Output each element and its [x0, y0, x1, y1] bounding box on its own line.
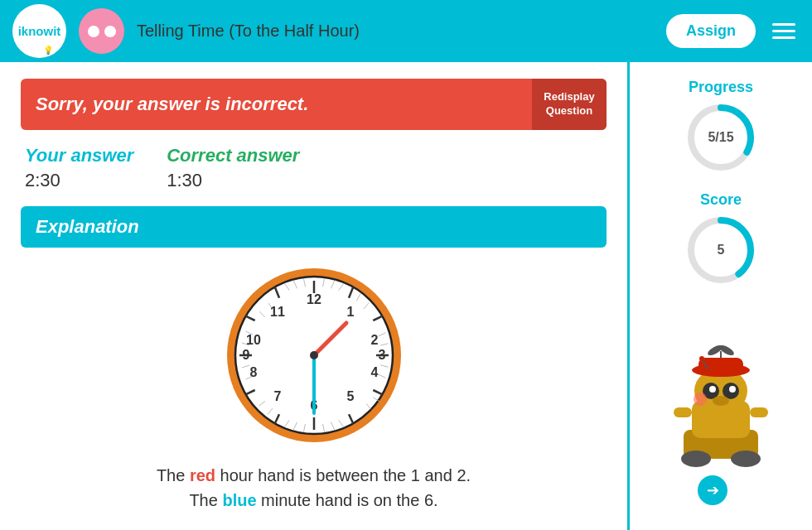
- correct-answer-col: Correct answer 1:30: [167, 145, 299, 191]
- explanation-red-word: red: [190, 466, 215, 484]
- svg-point-75: [729, 386, 736, 393]
- svg-point-74: [709, 386, 716, 393]
- hamburger-icon: [772, 30, 795, 32]
- svg-text:11: 11: [270, 305, 285, 319]
- svg-text:4: 4: [370, 365, 378, 379]
- hamburger-icon: [772, 36, 795, 39]
- redisplay-button[interactable]: RedisplayQuestion: [532, 79, 607, 130]
- your-answer-value: 2:30: [25, 170, 133, 191]
- score-label: Score: [700, 191, 742, 209]
- svg-text:9: 9: [242, 348, 249, 362]
- next-arrow-icon: ➔: [707, 481, 719, 499]
- hamburger-icon: [772, 23, 795, 26]
- activity-icon-dots: [88, 26, 116, 37]
- activity-title: Telling Time (To the Half Hour): [137, 22, 654, 41]
- progress-widget: Progress 5/15: [684, 79, 758, 175]
- logo-bulb-icon: 💡: [43, 46, 53, 55]
- svg-text:7: 7: [273, 389, 281, 403]
- svg-text:5: 5: [346, 389, 354, 403]
- correct-answer-value: 1:30: [167, 170, 299, 191]
- right-panel: Progress 5/15 Score 5: [630, 62, 812, 530]
- explanation-text-1: The red hour hand is between the 1 and 2…: [21, 463, 607, 488]
- incorrect-message: Sorry, your answer is incorrect.: [21, 82, 532, 127]
- left-panel: Sorry, your answer is incorrect. Redispl…: [0, 62, 630, 530]
- svg-text:1: 1: [346, 305, 354, 319]
- svg-point-76: [713, 396, 729, 406]
- svg-rect-68: [698, 358, 743, 374]
- explanation-blue-word: blue: [222, 491, 256, 509]
- svg-point-77: [694, 393, 707, 406]
- activity-icon: [79, 8, 124, 54]
- score-circle: 5: [684, 213, 758, 287]
- mascot-svg: [667, 343, 775, 467]
- svg-text:2: 2: [370, 333, 378, 347]
- svg-text:8: 8: [249, 365, 257, 379]
- svg-rect-80: [674, 407, 692, 417]
- your-answer-label: Your answer: [25, 145, 133, 166]
- svg-text:10: 10: [246, 333, 261, 347]
- assign-button[interactable]: Assign: [666, 14, 756, 48]
- svg-text:12: 12: [307, 292, 321, 306]
- explanation-title: Explanation: [36, 216, 592, 238]
- main-content: Sorry, your answer is incorrect. Redispl…: [0, 62, 812, 530]
- svg-point-64: [731, 450, 761, 467]
- progress-value: 5/15: [708, 130, 733, 145]
- progress-label: Progress: [689, 79, 753, 96]
- header: iknowit 💡 Telling Time (To the Half Hour…: [0, 0, 812, 62]
- incorrect-banner: Sorry, your answer is incorrect. Redispl…: [21, 79, 607, 130]
- logo: iknowit 💡: [12, 4, 66, 58]
- score-value: 5: [718, 243, 725, 258]
- progress-circle: 5/15: [684, 100, 758, 175]
- svg-point-63: [681, 450, 711, 467]
- dot-2: [104, 26, 116, 37]
- mascot-area: [667, 343, 775, 467]
- svg-text:3: 3: [378, 348, 385, 362]
- your-answer-col: Your answer 2:30: [25, 145, 133, 191]
- svg-rect-81: [750, 407, 768, 417]
- logo-text: iknowit: [18, 24, 61, 38]
- answer-comparison: Your answer 2:30 Correct answer 1:30: [21, 145, 607, 191]
- svg-point-57: [310, 351, 318, 359]
- explanation-text-2: The blue minute hand is on the 6.: [21, 488, 607, 513]
- dot-1: [88, 26, 99, 37]
- score-widget: Score 5: [684, 191, 758, 287]
- clock-container: 12 1 2 3 4 5 6 7 8 9 10 11: [21, 264, 607, 446]
- next-arrow-button[interactable]: ➔: [698, 475, 727, 505]
- clock: 12 1 2 3 4 5 6 7 8 9 10 11: [223, 264, 405, 446]
- svg-point-79: [699, 356, 704, 361]
- explanation-header: Explanation: [21, 206, 607, 248]
- correct-answer-label: Correct answer: [167, 145, 299, 166]
- menu-button[interactable]: [768, 19, 800, 43]
